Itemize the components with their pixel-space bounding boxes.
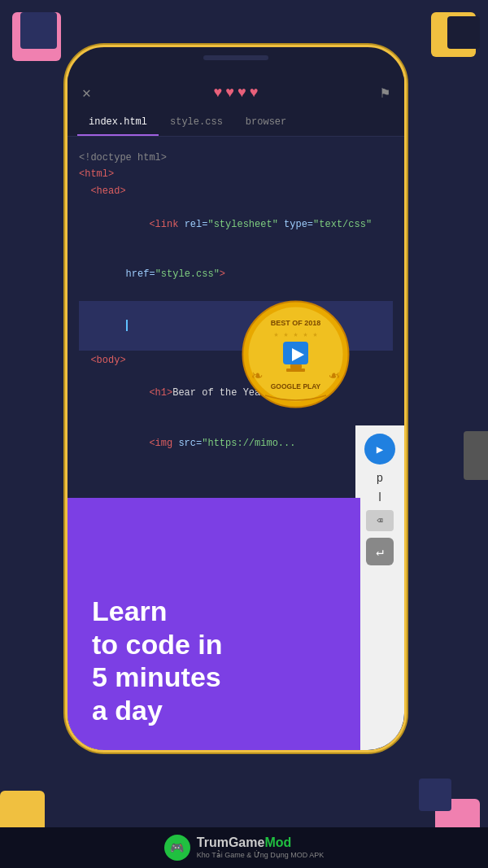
right-panel: ▶ p l ⌫ ↵ <box>355 425 404 750</box>
footer-subtitle: Kho Tải Game & Ứng Dụng MOD APK <box>197 851 324 861</box>
phone-frame: ✕ ♥ ♥ ♥ ♥ ⚑ index.html style.css browser… <box>65 45 407 752</box>
svg-text:❧: ❧ <box>251 366 262 386</box>
tab-index-html[interactable]: index.html <box>77 110 159 136</box>
svg-rect-7 <box>286 369 305 372</box>
decorative-square-dark-topleft <box>20 12 57 49</box>
footer-logo-icon: 🎮 <box>170 841 184 855</box>
return-button[interactable]: ↵ <box>366 538 394 565</box>
code-line-doctype: <!doctype html> <box>79 150 393 166</box>
text-cursor <box>126 320 128 331</box>
promo-box: Learnto code in5 minutesa day <box>68 498 360 750</box>
backspace-button[interactable]: ⌫ <box>366 510 394 531</box>
phone-screen: ✕ ♥ ♥ ♥ ♥ ⚑ index.html style.css browser… <box>68 76 404 750</box>
footer-brand-name: TrumGameMod <box>197 835 324 851</box>
code-editor: <!doctype html> <html> <head> <link rel=… <box>68 137 404 481</box>
footer-logo: 🎮 <box>164 835 190 861</box>
code-line-html: <html> <box>79 166 393 182</box>
tabs-bar: index.html style.css browser <box>68 110 404 137</box>
code-line-link1: <link rel="stylesheet" type="text/css" <box>79 199 393 249</box>
key-l: l <box>378 491 381 504</box>
decorative-square-gray-right <box>464 431 488 480</box>
svg-text:BEST OF 2018: BEST OF 2018 <box>271 319 321 327</box>
flag-icon[interactable]: ⚑ <box>381 84 390 102</box>
tab-browser[interactable]: browser <box>234 110 298 136</box>
badge-svg: BEST OF 2018 ★ ★ ★ ★ ★ ❧ ❧ GOOGLE PLAY <box>241 299 351 409</box>
footer-brand: TrumGameMod Kho Tải Game & Ứng Dụng MOD … <box>197 835 324 861</box>
promo-text: Learnto code in5 minutesa day <box>92 595 223 727</box>
heart-3: ♥ <box>237 85 246 101</box>
svg-text:GOOGLE PLAY: GOOGLE PLAY <box>271 382 321 390</box>
tab-style-css[interactable]: style.css <box>159 110 234 136</box>
decorative-square-dark-bottomright <box>419 779 451 811</box>
code-line-head: <head> <box>79 183 393 199</box>
play-button[interactable]: ▶ <box>364 434 395 465</box>
close-icon[interactable]: ✕ <box>82 84 91 102</box>
footer-watermark: 🎮 TrumGameMod Kho Tải Game & Ứng Dụng MO… <box>0 827 488 868</box>
svg-rect-6 <box>290 364 302 369</box>
google-play-badge: BEST OF 2018 ★ ★ ★ ★ ★ ❧ ❧ GOOGLE PLAY <box>241 299 351 409</box>
code-line-img: <img src="https://mimo... <box>79 418 393 468</box>
svg-text:★ ★ ★ ★ ★: ★ ★ ★ ★ ★ <box>273 330 317 339</box>
heart-4: ♥ <box>250 85 259 101</box>
footer-brand-gray: TrumGame <box>197 835 265 849</box>
top-bar: ✕ ♥ ♥ ♥ ♥ ⚑ <box>68 76 404 110</box>
phone-notch <box>203 55 268 60</box>
key-p: p <box>377 471 383 484</box>
code-line-link2: href="style.css"> <box>79 249 393 299</box>
decorative-square-dark-topright <box>447 16 480 49</box>
hearts-container: ♥ ♥ ♥ ♥ <box>213 85 258 101</box>
svg-text:❧: ❧ <box>329 366 339 386</box>
heart-1: ♥ <box>213 85 222 101</box>
heart-2: ♥ <box>225 85 234 101</box>
footer-brand-green: Mod <box>264 835 291 849</box>
